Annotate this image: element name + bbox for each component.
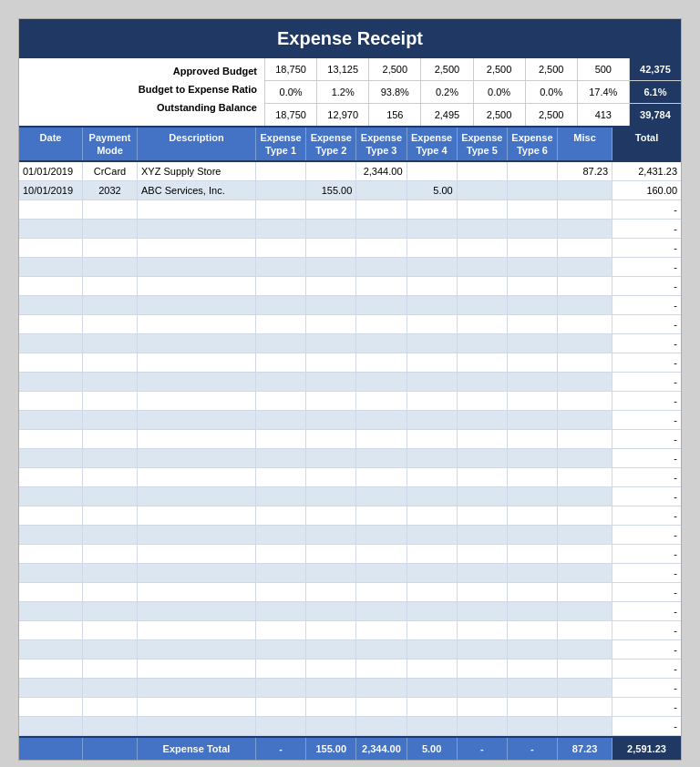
table-cell xyxy=(19,277,83,295)
ab-col6: 2,500 xyxy=(526,58,578,80)
table-cell: - xyxy=(612,315,681,333)
table-cell xyxy=(407,220,458,238)
bal-total: 39,784 xyxy=(630,104,681,126)
table-cell xyxy=(558,583,612,601)
table-cell xyxy=(558,181,612,199)
table-cell xyxy=(138,621,256,639)
footer-row: Expense Total - 155.00 2,344.00 5.00 - -… xyxy=(19,736,681,760)
table-cell xyxy=(306,621,356,639)
table-cell xyxy=(407,449,458,467)
table-cell xyxy=(19,526,83,544)
table-cell: - xyxy=(612,430,681,448)
table-cell xyxy=(508,506,558,525)
table-cell xyxy=(508,487,558,506)
table-cell xyxy=(508,526,558,544)
table-cell xyxy=(83,315,138,333)
header-exp5: Expense Type 5 xyxy=(458,128,508,160)
table-cell: 87.23 xyxy=(558,162,612,180)
table-cell xyxy=(256,239,306,257)
table-cell xyxy=(356,181,407,199)
table-cell xyxy=(558,200,612,219)
table-cell xyxy=(458,621,508,639)
table-cell xyxy=(138,315,256,333)
table-cell xyxy=(19,621,83,639)
table-cell xyxy=(458,526,508,544)
table-cell xyxy=(558,334,612,353)
summary-data: 18,750 13,125 2,500 2,500 2,500 2,500 50… xyxy=(265,58,681,126)
table-row: - xyxy=(19,296,681,315)
table-row: - xyxy=(19,277,681,296)
table-cell xyxy=(407,717,458,735)
table-cell xyxy=(306,526,356,544)
table-cell xyxy=(356,449,407,467)
table-cell xyxy=(83,545,138,563)
footer-date xyxy=(19,738,83,760)
table-cell: - xyxy=(612,373,681,391)
table-cell xyxy=(407,200,458,219)
table-cell xyxy=(306,564,356,582)
table-cell xyxy=(356,564,407,582)
table-cell xyxy=(458,315,508,333)
table-cell xyxy=(356,296,407,314)
ratio-col7: 17.4% xyxy=(578,81,630,103)
header-exp3: Expense Type 3 xyxy=(356,128,407,160)
table-cell: - xyxy=(612,277,681,295)
table-row: - xyxy=(19,239,681,258)
table-cell: - xyxy=(612,334,681,353)
table-cell xyxy=(356,640,407,659)
table-row: - xyxy=(19,487,681,506)
table-cell xyxy=(356,660,407,678)
ratio-col3: 93.8% xyxy=(369,81,421,103)
table-cell xyxy=(458,660,508,678)
table-cell xyxy=(138,353,256,372)
table-cell xyxy=(508,392,558,410)
table-cell: - xyxy=(612,239,681,257)
table-cell xyxy=(407,468,458,486)
ab-col5: 2,500 xyxy=(474,58,526,80)
table-row: - xyxy=(19,353,681,373)
table-cell xyxy=(508,698,558,716)
ab-total: 42,375 xyxy=(630,58,681,80)
table-cell xyxy=(356,545,407,563)
table-cell xyxy=(458,258,508,276)
table-cell xyxy=(256,449,306,467)
table-cell: 10/01/2019 xyxy=(19,181,83,199)
table-cell xyxy=(558,430,612,448)
table-cell xyxy=(356,220,407,238)
table-cell xyxy=(558,411,612,429)
table-cell xyxy=(83,583,138,601)
table-cell xyxy=(138,602,256,620)
table-row: - xyxy=(19,698,681,717)
table-cell xyxy=(83,258,138,276)
footer-payment xyxy=(83,738,138,760)
table-cell xyxy=(83,564,138,582)
table-row: - xyxy=(19,640,681,660)
table-cell xyxy=(83,220,138,238)
table-cell xyxy=(306,717,356,735)
table-cell xyxy=(558,621,612,639)
table-cell xyxy=(356,277,407,295)
table-cell xyxy=(407,239,458,257)
table-cell xyxy=(138,200,256,219)
table-cell xyxy=(138,373,256,391)
table-cell xyxy=(508,545,558,563)
table-cell xyxy=(558,506,612,525)
table-cell xyxy=(19,487,83,506)
table-row: - xyxy=(19,506,681,526)
table-cell xyxy=(407,373,458,391)
table-cell xyxy=(306,296,356,314)
label-approved-budget: Approved Budget xyxy=(26,62,257,80)
table-cell xyxy=(458,717,508,735)
table-cell xyxy=(19,353,83,372)
table-cell xyxy=(256,487,306,506)
table-cell xyxy=(558,315,612,333)
ab-col4: 2,500 xyxy=(421,58,473,80)
table-cell xyxy=(508,334,558,353)
footer-exp6: - xyxy=(508,738,558,760)
table-cell xyxy=(138,583,256,601)
table-cell xyxy=(458,162,508,180)
table-cell xyxy=(458,373,508,391)
table-cell xyxy=(306,392,356,410)
table-cell xyxy=(19,411,83,429)
table-cell xyxy=(458,583,508,601)
